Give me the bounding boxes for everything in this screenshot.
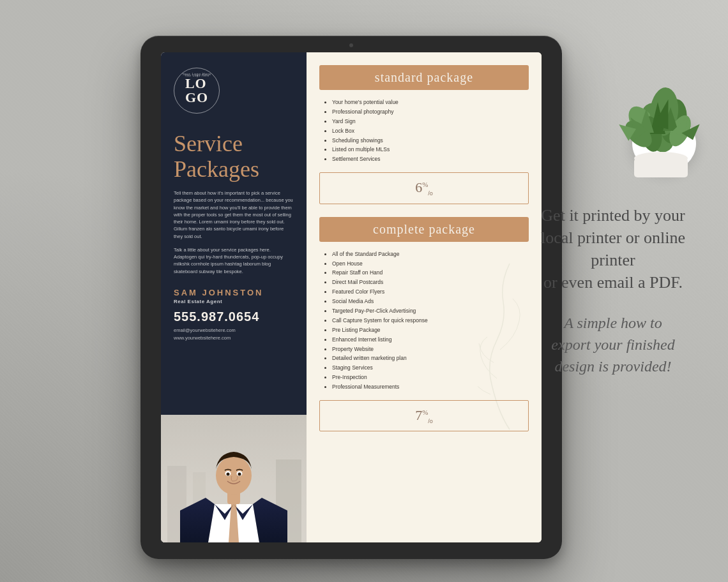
svg-point-23 [216,456,252,495]
svg-point-0 [634,98,681,157]
list-item: Open House [332,260,529,268]
list-item: Social Media Ads [332,298,529,306]
complete-price-text: 7%/o [415,407,433,423]
plant-svg [575,0,728,185]
list-item: Yard Sign [332,118,529,126]
complete-header-text: complete package [373,222,475,236]
svg-point-4 [638,115,664,154]
list-item: Detailed written marketing plan [332,355,529,362]
list-item: Repair Staff on Hand [332,269,529,277]
contact-info: email@yourwebsitehere.com www.yourwebsit… [174,327,294,342]
complete-package-header: complete package [319,217,529,242]
logo-text: LO GO [185,77,208,105]
logo-caption: Your Logo Here [184,73,209,77]
list-item: Targeted Pay-Per-Click Advertising [332,308,529,315]
description-2: Talk a little about your service package… [174,246,294,275]
tablet-screen: Your Logo Here LO GO Service Packages Te… [161,52,542,542]
svg-marker-14 [615,119,638,141]
service-title: Service Packages [174,131,294,182]
scene: Your Logo Here LO GO Service Packages Te… [0,0,728,582]
list-item: Enhanced Internet listing [332,336,529,344]
list-item: Your home's potential value [332,99,529,107]
svg-point-2 [623,101,665,147]
promo-text-block: Get it printed by your local printer or … [530,204,696,377]
list-item: Professional photography [332,108,529,116]
svg-point-5 [665,112,695,150]
list-item: All of the Standard Package [332,251,529,258]
list-item: Call Capture System for quick response [332,317,529,325]
list-item: Scheduling showings [332,137,529,145]
svg-point-28 [227,473,230,476]
svg-point-6 [621,116,657,153]
description-1: Tell them about how it's important to pi… [174,190,294,240]
list-item: Lock Box [332,128,529,135]
standard-package-list: Your home's potential valueProfessional … [319,99,529,163]
simple-description: A simple how to export your finished des… [530,313,696,378]
svg-marker-7 [650,102,665,134]
list-item: Professional Measurements [332,384,529,391]
phone-number: 555.987.0654 [174,310,294,324]
list-item: Featured Color Flyers [332,288,529,296]
list-item: Staging Services [332,364,529,372]
standard-price-box: 6%/o [319,172,529,204]
logo-circle: Your Logo Here LO GO [174,68,220,114]
svg-point-29 [238,473,241,476]
svg-marker-8 [663,107,678,131]
complete-price-box: 7%/o [319,400,529,431]
svg-marker-10 [653,98,676,130]
complete-package-list: All of the Standard PackageOpen HouseRep… [319,251,529,391]
svg-point-1 [657,97,690,146]
standard-header-text: standard package [375,70,473,84]
list-item: Property Website [332,346,529,354]
svg-marker-13 [681,119,704,142]
plant-decoration [568,0,728,191]
svg-marker-9 [639,108,654,133]
tablet: Your Logo Here LO GO Service Packages Te… [140,36,562,559]
standard-package-header: standard package [319,65,529,90]
print-description: Get it printed by your local printer or … [530,204,696,294]
list-item: Listed on multiple MLSs [332,146,529,154]
left-panel: Your Logo Here LO GO Service Packages Te… [161,52,307,542]
svg-point-15 [634,152,688,165]
svg-rect-16 [634,158,688,177]
right-content-panel: standard package Your home's potential v… [307,52,542,542]
agent-name: SAM JOHNSTON [174,288,294,297]
standard-price-text: 6%/o [415,179,433,195]
svg-marker-12 [625,114,648,139]
list-item: Pre-Inspection [332,374,529,382]
agent-photo [161,415,307,542]
agent-figure [161,415,307,542]
list-item: Pre Listing Package [332,327,529,334]
list-item: Settlement Services [332,156,529,163]
svg-point-3 [648,86,680,137]
list-item: Direct Mail Postcards [332,279,529,287]
agent-title: Real Estate Agent [174,299,294,304]
svg-marker-11 [671,113,694,138]
